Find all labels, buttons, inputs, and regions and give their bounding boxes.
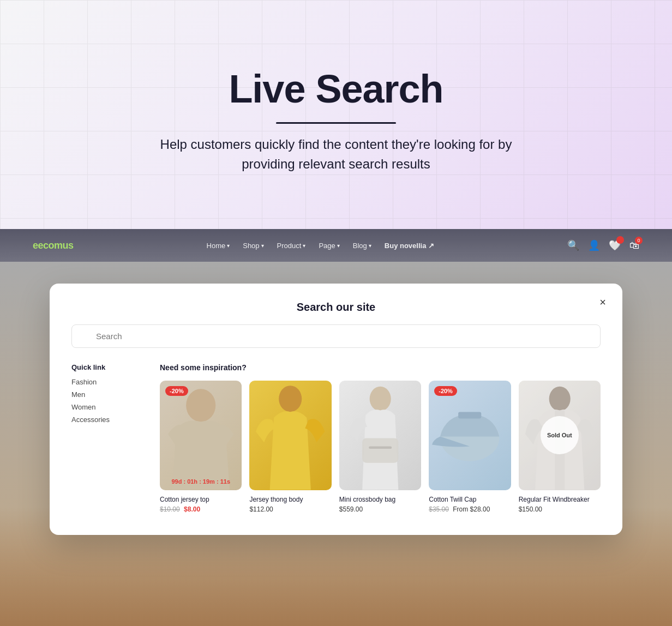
product-figure-3 <box>339 381 421 490</box>
product-from-price-4: From $28.00 <box>453 505 490 513</box>
product-img-wrap-2 <box>249 381 331 490</box>
quick-link-women[interactable]: Women <box>71 403 142 411</box>
svg-point-2 <box>369 387 391 411</box>
product-name-5: Regular Fit Windbreaker <box>519 496 601 503</box>
wishlist-badge <box>616 236 624 244</box>
product-name-4: Cotton Twill Cap <box>429 496 511 503</box>
product-price-4: $35.00 From $28.00 <box>429 505 511 513</box>
quick-link-accessories[interactable]: Accessories <box>71 416 142 424</box>
nav-shop-chevron: ▾ <box>261 243 264 249</box>
product-img-wrap-3 <box>339 381 421 490</box>
products-title: Need some inspiration? <box>160 363 601 372</box>
products-grid: -20% 99d : 01h : 19m : 11s Cotton jersey… <box>160 381 601 513</box>
product-figure-1 <box>160 381 242 490</box>
hero-divider <box>276 122 396 124</box>
product-discount-4: -20% <box>434 386 457 396</box>
nav-links: Home ▾ Shop ▾ Product ▾ Page ▾ Blog ▾ Bu… <box>207 242 434 250</box>
product-price-2: $112.00 <box>249 505 331 513</box>
nav-product[interactable]: Product ▾ <box>277 242 306 250</box>
svg-rect-3 <box>362 438 398 463</box>
product-figure-4 <box>429 381 511 490</box>
logo-text: ecomus <box>38 240 74 251</box>
quick-link-men[interactable]: Men <box>71 390 142 399</box>
product-old-price-4: $35.00 <box>429 505 449 513</box>
hero-subtitle: Help customers quickly find the content … <box>145 135 527 174</box>
product-name-1: Cotton jersey top <box>160 496 242 503</box>
product-img-wrap-1: -20% 99d : 01h : 19m : 11s <box>160 381 242 490</box>
product-main-price-3: $559.00 <box>339 505 363 513</box>
nav-blog-chevron: ▾ <box>369 243 371 249</box>
product-card-4[interactable]: -20% Cotton Twill Cap $35.00 From $28.00 <box>429 381 511 513</box>
product-old-price-1: $10.00 <box>160 505 180 513</box>
product-main-price-2: $112.00 <box>249 505 273 513</box>
svg-point-0 <box>186 389 215 422</box>
wishlist-icon[interactable]: 🤍 <box>609 239 621 251</box>
product-discount-1: -20% <box>165 386 188 396</box>
search-modal: × Search our site 🔍 Quick link Fashion M… <box>50 284 622 535</box>
product-price-5: $150.00 <box>519 505 601 513</box>
nav-home[interactable]: Home ▾ <box>207 242 230 250</box>
nav-page-chevron: ▾ <box>337 243 340 249</box>
nav-shop-label: Shop <box>243 242 259 250</box>
store-logo: eecomus <box>33 240 74 251</box>
search-icon[interactable]: 🔍 <box>567 239 579 251</box>
product-img-wrap-5: Sold Out <box>519 381 601 490</box>
svg-rect-4 <box>369 447 392 449</box>
product-timer-1: 99d : 01h : 19m : 11s <box>171 478 230 485</box>
nav-page[interactable]: Page ▾ <box>319 242 339 250</box>
nav-buy-label: Buy novellia ↗ <box>385 242 434 250</box>
svg-rect-6 <box>458 412 481 418</box>
nav-actions: 🔍 👤 🤍 🛍 0 <box>567 239 639 251</box>
products-section: Need some inspiration? -20% 9 <box>160 363 601 513</box>
nav-home-chevron: ▾ <box>227 243 230 249</box>
nav-buy[interactable]: Buy novellia ↗ <box>385 242 434 250</box>
modal-title: Search our site <box>71 301 601 314</box>
nav-shop[interactable]: Shop ▾ <box>243 242 263 250</box>
product-img-wrap-4: -20% <box>429 381 511 490</box>
sold-out-overlay: Sold Out <box>519 381 601 490</box>
product-card-2[interactable]: Jersey thong body $112.00 <box>249 381 331 513</box>
product-card-1[interactable]: -20% 99d : 01h : 19m : 11s Cotton jersey… <box>160 381 242 513</box>
svg-point-1 <box>279 386 302 412</box>
product-name-3: Mini crossbody bag <box>339 496 421 503</box>
nav-product-chevron: ▾ <box>303 243 305 249</box>
search-bar-wrap: 🔍 <box>71 324 601 348</box>
nav-product-label: Product <box>277 242 302 250</box>
cart-badge: 0 <box>635 237 643 244</box>
nav-page-label: Page <box>319 242 335 250</box>
quick-links-section: Quick link Fashion Men Women Accessories <box>71 363 142 513</box>
product-figure-2 <box>249 381 331 490</box>
product-price-1: $10.00 $8.00 <box>160 505 242 513</box>
modal-body: Quick link Fashion Men Women Accessories… <box>71 363 601 513</box>
product-main-price-5: $150.00 <box>519 505 542 513</box>
hero-title: Live Search <box>229 67 443 111</box>
quick-links-title: Quick link <box>71 363 142 371</box>
product-price-3: $559.00 <box>339 505 421 513</box>
product-new-price-1: $8.00 <box>184 505 200 513</box>
account-icon[interactable]: 👤 <box>588 239 600 251</box>
nav-blog[interactable]: Blog ▾ <box>353 242 371 250</box>
product-card-5[interactable]: Sold Out Regular Fit Windbreaker $150.00 <box>519 381 601 513</box>
quick-link-fashion[interactable]: Fashion <box>71 378 142 386</box>
nav-home-label: Home <box>207 242 226 250</box>
cart-icon[interactable]: 🛍 0 <box>629 240 639 251</box>
store-nav: eecomus Home ▾ Shop ▾ Product ▾ Page ▾ B… <box>0 229 672 262</box>
hero-section: Live Search Help customers quickly find … <box>0 0 672 229</box>
hero-grid <box>0 0 672 229</box>
product-card-3[interactable]: Mini crossbody bag $559.00 <box>339 381 421 513</box>
modal-close-button[interactable]: × <box>594 293 611 311</box>
product-name-2: Jersey thong body <box>249 496 331 503</box>
logo-e-icon: e <box>33 240 38 251</box>
main-content: × Search our site 🔍 Quick link Fashion M… <box>0 262 672 626</box>
search-input[interactable] <box>71 324 601 348</box>
sold-out-badge: Sold Out <box>541 416 579 454</box>
nav-blog-label: Blog <box>353 242 367 250</box>
